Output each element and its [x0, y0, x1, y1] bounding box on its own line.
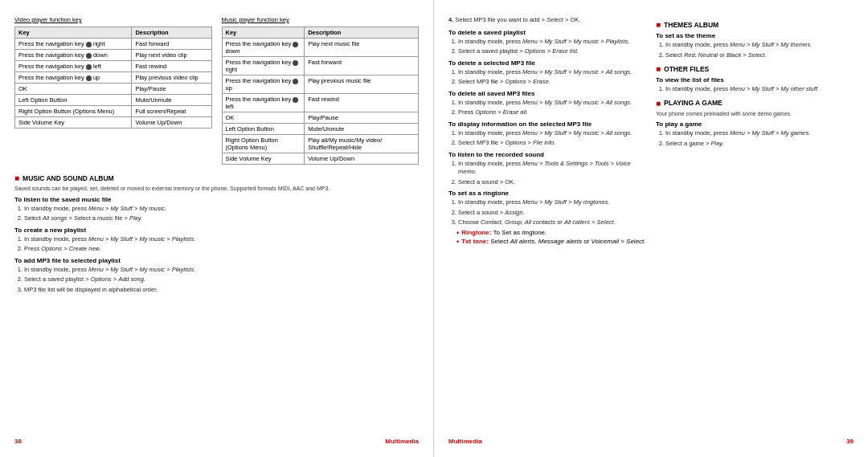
- create-playlist-steps: In standby mode, press Menu > My Stuff >…: [14, 235, 419, 254]
- list-item: In standby mode, press Menu > My Stuff >…: [458, 198, 646, 207]
- key-cell: Side Volume Key: [15, 117, 132, 129]
- key-cell: Press the navigation key right: [15, 39, 132, 50]
- add-mp3-steps: In standby mode, press Menu > My Stuff >…: [14, 266, 419, 295]
- desc-cell: Volume Up/Down: [132, 117, 211, 129]
- list-item: Select All songs > Select a music file >…: [24, 214, 419, 223]
- left-page-label: Multimedia: [385, 438, 419, 445]
- list-item: In standby mode, press Menu > My Stuff >…: [458, 38, 646, 47]
- delete-mp3-title: To delete a selected MP3 file: [448, 59, 646, 67]
- desc-cell: Fast rewind: [305, 94, 419, 112]
- list-item: Select a sound > Assign.: [458, 209, 646, 218]
- view-list-steps: In standby mode, press Menu > My Stuff >…: [656, 85, 854, 94]
- list-item: Press Options > Create new.: [24, 245, 419, 254]
- desc-cell: Play/Pause: [132, 84, 211, 95]
- bullet-ringtone-text: Ringtone: To Set as ringtone.: [461, 229, 547, 238]
- list-item: In standby mode, press Menu > My Stuff >…: [458, 129, 646, 138]
- playing-game-title: PLAYING A GAME: [664, 99, 723, 107]
- display-info-steps: In standby mode, press Menu > My Stuff >…: [448, 129, 646, 148]
- key-cell: Press the navigation key right: [222, 57, 305, 75]
- desc-cell: Fast rewind: [132, 61, 211, 72]
- list-item: In standby mode, press Menu > My Stuff >…: [665, 41, 854, 50]
- list-item: Select MP3 file > Options > Erase.: [458, 78, 646, 87]
- video-table-title: Video player function key: [14, 16, 212, 23]
- desc-cell: Play next music file: [305, 39, 419, 57]
- right-col-left: 4. Select MP3 file you want to add > Sel…: [448, 16, 646, 247]
- table-row: Side Volume KeyVolume Up/Down: [222, 153, 419, 165]
- table-row: Right Option Button (Options Menu)Full s…: [15, 106, 212, 117]
- right-page-label: Multimedia: [448, 438, 482, 445]
- video-table-section: Video player function key Key Descriptio…: [14, 16, 212, 165]
- list-item: In standby mode, press Menu > My Stuff >…: [665, 85, 854, 94]
- play-game-title: To play a game: [656, 120, 854, 128]
- themes-icon: ■: [656, 20, 661, 29]
- view-list-title: To view the list of files: [656, 76, 854, 84]
- key-cell: Right Option Button (Options Menu): [15, 106, 132, 117]
- right-footer: Multimedia 39: [448, 433, 854, 445]
- playing-game-icon: ■: [656, 99, 661, 108]
- table-row: OKPlay/Pause: [222, 112, 419, 124]
- other-files-section: ■ OTHER FILES To view the list of files …: [656, 64, 854, 94]
- music-sound-title: MUSIC AND SOUND ALBUM: [23, 174, 114, 182]
- music-sound-header: ■ MUSIC AND SOUND ALBUM: [14, 173, 419, 182]
- music-col-desc: Description: [305, 27, 419, 39]
- desc-cell: Fast forward: [305, 57, 419, 75]
- music-table: Key Description Press the navigation key…: [222, 27, 420, 165]
- list-item: In standby mode, press Menu > My Stuff >…: [24, 266, 419, 275]
- table-row: Press the navigation key rightFast forwa…: [222, 57, 419, 75]
- left-page: Video player function key Key Descriptio…: [0, 0, 434, 457]
- key-cell: Right Option Button (Options Menu): [222, 135, 305, 153]
- delete-mp3-steps: In standby mode, press Menu > My Stuff >…: [448, 68, 646, 87]
- video-col-desc: Description: [132, 27, 211, 39]
- key-cell: Side Volume Key: [222, 153, 305, 165]
- table-row: Left Option ButtonMute/Unmute: [15, 95, 212, 106]
- list-item: In standby mode, press Menu > My Stuff >…: [24, 205, 419, 214]
- step4-text: 4. Select MP3 file you want to add > Sel…: [448, 16, 646, 25]
- play-game-steps: In standby mode, press Menu > My Stuff >…: [656, 129, 854, 148]
- key-cell: Left Option Button: [222, 124, 305, 135]
- desc-cell: Play all/My music/My video/ Shuffle/Repe…: [305, 135, 419, 153]
- table-row: Press the navigation key downPlay next v…: [15, 50, 212, 61]
- right-columns: 4. Select MP3 file you want to add > Sel…: [448, 16, 854, 247]
- table-row: Press the navigation key rightFast forwa…: [15, 39, 212, 50]
- list-item: In standby mode, press Menu > My Stuff >…: [458, 99, 646, 108]
- key-cell: Press the navigation key left: [222, 94, 305, 112]
- list-item: In standby mode, press Menu > My Stuff >…: [458, 68, 646, 77]
- desc-cell: Full screen/Repeat: [132, 106, 211, 117]
- tables-row: Video player function key Key Descriptio…: [14, 16, 419, 165]
- music-sound-section: ■ MUSIC AND SOUND ALBUM Saved sounds can…: [14, 169, 419, 296]
- music-col-key: Key: [222, 27, 305, 39]
- list-item: In standby mode, press Menu > My Stuff >…: [665, 129, 854, 138]
- table-row: Press the navigation key leftFast rewind: [15, 61, 212, 72]
- key-cell: OK: [222, 112, 305, 124]
- table-row: Press the navigation key upPlay previous…: [222, 75, 419, 94]
- set-ringtone-steps: In standby mode, press Menu > My Stuff >…: [448, 198, 646, 227]
- other-files-title: OTHER FILES: [664, 65, 709, 73]
- delete-playlist-title: To delete a saved playlist: [448, 29, 646, 36]
- left-page-num: 38: [14, 438, 22, 445]
- list-item: Select a saved playlist > Options > Add …: [24, 275, 419, 284]
- other-files-icon: ■: [656, 64, 661, 73]
- key-cell: Press the navigation key down: [15, 50, 132, 61]
- list-item: Select Red, Neutral or Black > Select.: [665, 51, 854, 60]
- music-sound-desc: Saved sounds can be played, set, deleted…: [14, 185, 419, 193]
- delete-playlist-steps: In standby mode, press Menu > My Stuff >…: [448, 38, 646, 56]
- playing-game-header: ■ PLAYING A GAME: [656, 99, 854, 108]
- listen-music-steps: In standby mode, press Menu > My Stuff >…: [14, 205, 419, 223]
- desc-cell: Play/Pause: [305, 112, 419, 124]
- themes-section: ■ THEMES ALBUM To set as the theme In st…: [656, 20, 854, 59]
- playing-game-desc: Your phone comes preloaded with some dem…: [656, 110, 854, 118]
- table-row: Press the navigation key downPlay next m…: [222, 39, 419, 57]
- listen-recorded-steps: In standby mode, press Menu > Tools & Se…: [448, 160, 646, 187]
- bullet-dot: •: [457, 238, 459, 247]
- themes-header: ■ THEMES ALBUM: [656, 20, 854, 29]
- desc-cell: Play next video clip: [132, 50, 211, 61]
- listen-recorded-title: To listen to the recorded sound: [448, 151, 646, 158]
- bullet-ringtone: • Ringtone: To Set as ringtone.: [457, 229, 646, 238]
- desc-cell: Volume Up/Down: [305, 153, 419, 165]
- list-item: Select a saved playlist > Options > Eras…: [458, 47, 646, 56]
- create-playlist-title: To create a new playlist: [14, 226, 419, 234]
- set-theme-title: To set as the theme: [656, 32, 854, 39]
- list-item: Select a game > Play.: [665, 140, 854, 149]
- key-cell: OK: [15, 84, 132, 95]
- key-cell: Left Option Button: [15, 95, 132, 106]
